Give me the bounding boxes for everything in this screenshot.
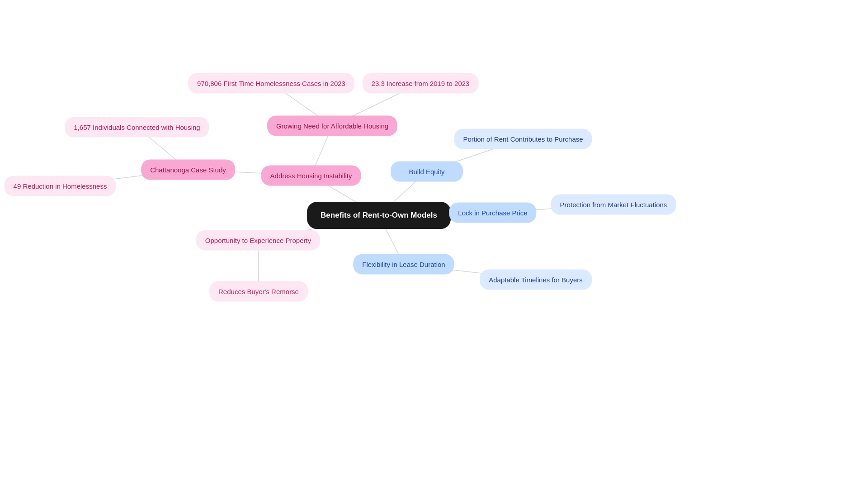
flexibility-lease-node: Flexibility in Lease Duration: [353, 254, 454, 275]
reduction-homelessness-node: 49 Reduction in Homelessness: [5, 176, 116, 196]
homelessness-cases-node: 970,806 First-Time Homelessness Cases in…: [188, 73, 354, 94]
adaptable-timelines-node: Adaptable Timelines for Buyers: [480, 270, 592, 290]
chattanooga-node: Chattanooga Case Study: [141, 160, 235, 180]
individuals-connected-node: 1,657 Individuals Connected with Housing: [65, 117, 209, 138]
portion-rent-node: Portion of Rent Contributes to Purchase: [454, 129, 592, 149]
increase-2019-2023-node: 23.3 Increase from 2019 to 2023: [363, 73, 479, 94]
opportunity-experience-node: Opportunity to Experience Property: [196, 230, 320, 251]
reduces-buyers-remorse-node: Reduces Buyer's Remorse: [209, 281, 308, 302]
protection-market-node: Protection from Market Fluctuations: [551, 195, 676, 215]
build-equity-node: Build Equity: [391, 162, 463, 182]
growing-need-node: Growing Need for Affordable Housing: [267, 116, 397, 136]
center-node: Benefits of Rent-to-Own Models: [307, 202, 451, 229]
address-housing-instability-node: Address Housing Instability: [261, 166, 361, 186]
mindmap-container: Benefits of Rent-to-Own ModelsAddress Ho…: [0, 0, 868, 490]
lock-purchase-price-node: Lock in Purchase Price: [449, 203, 536, 223]
